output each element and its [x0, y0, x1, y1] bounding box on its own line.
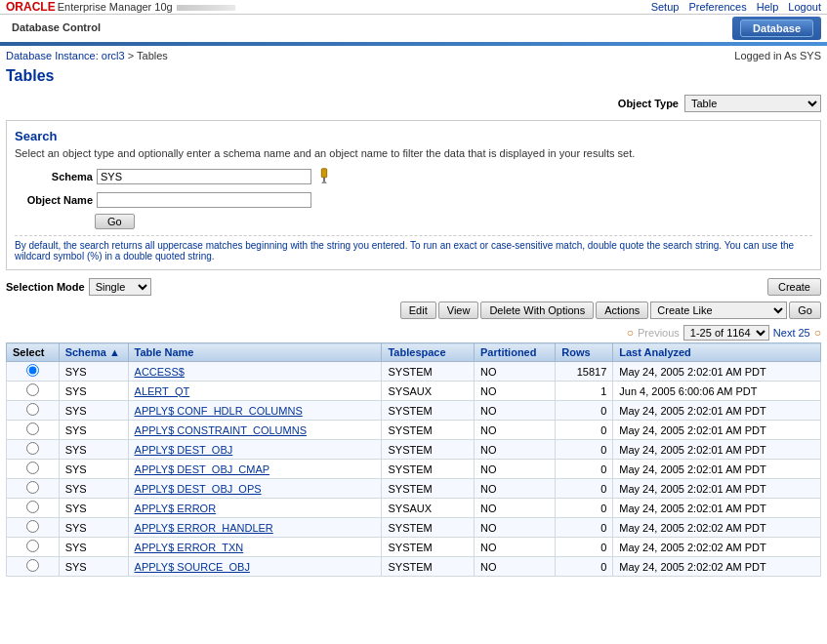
table-name-link[interactable]: APPLY$ ERROR_TXN — [135, 542, 244, 553]
toolbar-row: Selection Mode Single Multiple Create — [0, 274, 827, 300]
table-row: SYSAPPLY$ ERROR_TXNSYSTEMNO0May 24, 2005… — [7, 538, 821, 557]
object-type-label: Object Type — [618, 98, 679, 109]
object-name-input[interactable] — [97, 192, 311, 208]
row-select-cell — [7, 479, 60, 499]
row-schema: SYS — [59, 479, 128, 499]
breadcrumb-current: Tables — [137, 50, 168, 61]
breadcrumb-instance-link[interactable]: Database Instance: orcl3 — [6, 50, 125, 61]
selection-mode-select[interactable]: Single Multiple — [89, 278, 151, 296]
logout-link[interactable]: Logout — [788, 1, 821, 13]
table-row: SYSAPPLY$ CONSTRAINT_COLUMNSSYSTEMNO0May… — [7, 421, 821, 440]
table-name-link[interactable]: APPLY$ DEST_OBJ — [135, 444, 233, 456]
row-table-name: APPLY$ ERROR_HANDLER — [128, 518, 382, 538]
breadcrumb-separator: > — [128, 50, 137, 61]
row-radio[interactable] — [26, 442, 39, 455]
row-tablespace: SYSTEM — [382, 401, 475, 421]
setup-link[interactable]: Setup — [651, 1, 680, 13]
selection-mode-label: Selection Mode — [6, 281, 85, 293]
row-radio[interactable] — [26, 403, 39, 416]
table-name-link[interactable]: APPLY$ CONF_HDLR_COLUMNS — [135, 405, 303, 417]
row-radio[interactable] — [26, 520, 39, 533]
schema-input[interactable] — [97, 169, 311, 184]
col-header-table: Table Name — [128, 343, 382, 362]
object-type-select[interactable]: Table View Index Sequence — [684, 95, 821, 112]
tablespace-sort-link[interactable]: Tablespace — [388, 346, 445, 358]
row-rows: 0 — [556, 460, 613, 479]
row-radio[interactable] — [26, 540, 39, 552]
actions-go-button[interactable]: Go — [789, 302, 821, 319]
rows-sort-link[interactable]: Rows — [561, 346, 590, 358]
row-radio[interactable] — [26, 501, 39, 513]
row-select-cell — [7, 382, 60, 401]
pagination-row: ○ Previous 1-25 of 1164 Next 25 ○ — [0, 323, 827, 342]
row-table-name: APPLY$ ERROR_TXN — [128, 538, 382, 557]
table-name-link[interactable]: ACCESS$ — [135, 366, 185, 378]
table-name-link[interactable]: APPLY$ SOURCE_OBJ — [135, 561, 250, 573]
row-table-name: ACCESS$ — [128, 362, 382, 382]
row-radio[interactable] — [26, 383, 39, 396]
oracle-logo: ORACLE — [6, 0, 56, 14]
table-body: SYSACCESS$SYSTEMNO15817May 24, 2005 2:02… — [7, 362, 821, 577]
row-rows: 0 — [556, 479, 613, 499]
row-rows: 0 — [556, 401, 613, 421]
row-partitioned: NO — [474, 499, 555, 518]
pagination-range-select[interactable]: 1-25 of 1164 — [683, 325, 769, 341]
next-link[interactable]: Next 25 — [773, 327, 810, 339]
row-table-name: APPLY$ CONF_HDLR_COLUMNS — [128, 401, 382, 421]
row-select-cell — [7, 557, 60, 577]
schema-label: Schema — [15, 171, 93, 182]
edit-button[interactable]: Edit — [400, 302, 436, 319]
view-button[interactable]: View — [438, 302, 479, 319]
header-links: Setup Preferences Help Logout — [651, 1, 821, 13]
delete-button[interactable]: Delete With Options — [480, 302, 594, 319]
table-row: SYSAPPLY$ DEST_OBJ_OPSSYSTEMNO0May 24, 2… — [7, 479, 821, 499]
row-rows: 0 — [556, 499, 613, 518]
breadcrumb-bar: Database Instance: orcl3 > Tables Logged… — [0, 46, 827, 65]
row-radio[interactable] — [26, 364, 39, 377]
col-header-rows: Rows — [556, 343, 613, 362]
create-like-select[interactable]: Create Like — [650, 302, 787, 319]
row-rows: 15817 — [556, 362, 613, 382]
row-schema: SYS — [59, 440, 128, 460]
flashlight-icon[interactable] — [315, 167, 333, 186]
create-button[interactable]: Create — [767, 278, 821, 296]
logged-in-text: Logged in As SYS — [734, 50, 821, 61]
table-name-link[interactable]: APPLY$ DEST_OBJ_OPS — [135, 483, 262, 495]
database-button[interactable]: Database — [740, 20, 813, 37]
actions-button[interactable]: Actions — [596, 302, 648, 319]
preferences-link[interactable]: Preferences — [688, 1, 746, 13]
table-sort-link[interactable]: Table Name — [135, 346, 194, 358]
row-radio[interactable] — [26, 462, 39, 474]
search-go-button[interactable]: Go — [95, 214, 135, 229]
row-partitioned: NO — [474, 421, 555, 440]
table-name-link[interactable]: APPLY$ DEST_OBJ_CMAP — [135, 463, 270, 475]
row-last-analyzed: May 24, 2005 2:02:01 AM PDT — [613, 421, 821, 440]
row-schema: SYS — [59, 557, 128, 577]
row-tablespace: SYSTEM — [382, 362, 475, 382]
row-partitioned: NO — [474, 362, 555, 382]
prev-circle-icon: ○ — [627, 326, 634, 340]
row-partitioned: NO — [474, 538, 555, 557]
row-radio[interactable] — [26, 559, 39, 572]
search-note: By default, the search returns all upper… — [15, 235, 812, 262]
row-radio[interactable] — [26, 423, 39, 435]
col-header-tablespace: Tablespace — [382, 343, 475, 362]
svg-marker-2 — [321, 181, 326, 183]
row-tablespace: SYSTEM — [382, 538, 475, 557]
table-name-link[interactable]: ALERT_QT — [135, 385, 190, 397]
object-name-row: Object Name — [15, 192, 812, 208]
col-header-partitioned: Partitioned — [474, 343, 555, 362]
search-description: Select an object type and optionally ent… — [15, 147, 812, 159]
breadcrumb: Database Instance: orcl3 > Tables — [6, 50, 168, 61]
help-link[interactable]: Help — [757, 1, 779, 13]
table-name-link[interactable]: APPLY$ CONSTRAINT_COLUMNS — [135, 424, 307, 436]
table-name-link[interactable]: APPLY$ ERROR_HANDLER — [135, 522, 273, 534]
analyzed-sort-link[interactable]: Last Analyzed — [619, 346, 691, 358]
schema-sort-link[interactable]: Schema ▲ — [65, 346, 120, 358]
table-name-link[interactable]: APPLY$ ERROR — [135, 503, 217, 514]
row-schema: SYS — [59, 401, 128, 421]
row-radio[interactable] — [26, 481, 39, 494]
row-last-analyzed: May 24, 2005 2:02:02 AM PDT — [613, 538, 821, 557]
table-header-row: Select Schema ▲ Table Name Tablespace Pa… — [7, 343, 821, 362]
partitioned-sort-link[interactable]: Partitioned — [480, 346, 536, 358]
